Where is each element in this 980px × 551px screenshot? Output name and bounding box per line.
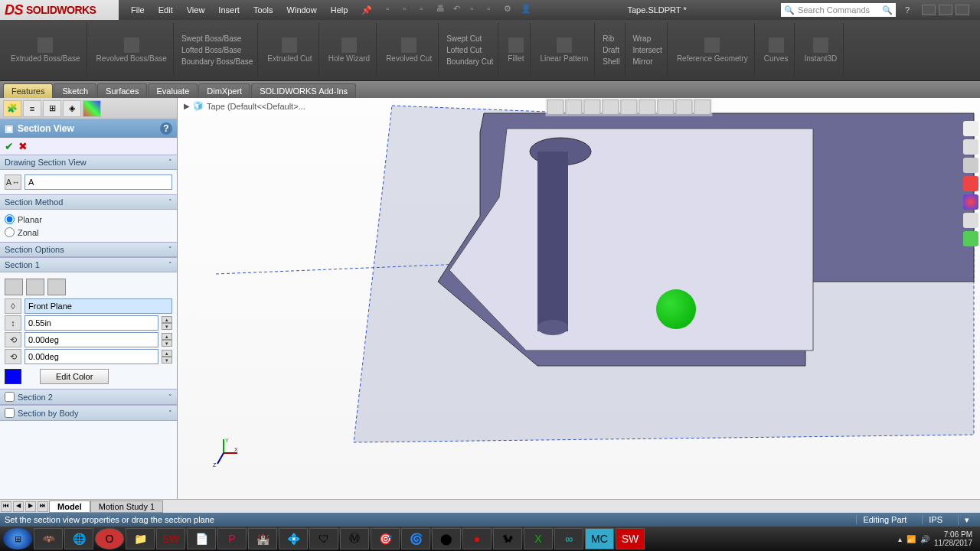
menu-help[interactable]: Help xyxy=(325,2,354,18)
status-units[interactable]: IPS xyxy=(922,515,949,524)
tab-features[interactable]: Features xyxy=(3,83,53,98)
tab-surfaces[interactable]: Surfaces xyxy=(97,83,147,98)
top-plane-btn[interactable] xyxy=(26,279,44,295)
tray-clock[interactable]: 7:06 PM 11/28/2017 xyxy=(934,530,972,547)
tab-evaluate[interactable]: Evaluate xyxy=(148,83,198,98)
search-go-icon[interactable]: 🔍 xyxy=(882,5,893,15)
menu-file[interactable]: File xyxy=(125,2,151,18)
menu-insert[interactable]: Insert xyxy=(212,2,246,18)
feature-list2[interactable]: Wrap Intersect Mirror xyxy=(629,23,668,77)
taskbar-app[interactable]: 🎯 xyxy=(371,528,400,549)
file-explorer-icon[interactable] xyxy=(963,158,978,173)
taskbar-excel[interactable]: X xyxy=(524,528,553,549)
new-icon[interactable]: ▫ xyxy=(386,4,398,16)
roty-spinner[interactable]: ▴▾ xyxy=(162,350,172,364)
pin-icon[interactable]: 📌 xyxy=(355,2,378,18)
tray-up-icon[interactable]: ▴ xyxy=(898,535,902,543)
section-by-body-head[interactable]: Section by Body˄ xyxy=(0,405,177,421)
taskbar-powerpoint[interactable]: P xyxy=(217,528,247,549)
section-options-head[interactable]: Section Options˅ xyxy=(0,242,177,257)
right-plane-btn[interactable] xyxy=(47,279,66,295)
zonal-radio[interactable] xyxy=(5,227,15,237)
taskbar-app[interactable]: 🏰 xyxy=(248,528,277,549)
view-orient-icon[interactable] xyxy=(620,99,637,115)
sw-resources-icon[interactable] xyxy=(963,121,978,136)
section-color-swatch[interactable] xyxy=(5,369,21,384)
offset-input[interactable] xyxy=(24,315,158,331)
taskbar-app[interactable]: MC xyxy=(585,528,614,549)
rebuild-icon[interactable]: ▫ xyxy=(487,4,499,16)
appearances-icon[interactable] xyxy=(963,194,978,210)
section2-check[interactable] xyxy=(5,392,15,402)
taskbar-app[interactable]: Ⓜ xyxy=(340,528,369,549)
zoom-area-icon[interactable] xyxy=(565,99,582,115)
expand-icon[interactable]: ▶ xyxy=(184,102,190,110)
feature-list[interactable]: Rib Draft Shell xyxy=(598,23,625,77)
feature-tree-icon[interactable]: 🧩 xyxy=(3,100,21,117)
prev-view-icon[interactable] xyxy=(583,99,600,115)
menu-window[interactable]: Window xyxy=(281,2,323,18)
taskbar-app[interactable]: O xyxy=(95,528,124,549)
last-tab-icon[interactable]: ⏭ xyxy=(38,501,48,512)
section-body-check[interactable] xyxy=(5,408,15,418)
section1-head[interactable]: Section 1˄ xyxy=(0,257,177,272)
taskbar-sw2015[interactable]: SW xyxy=(156,528,185,549)
3d-viewport[interactable]: ▶ 🧊 Tape (Default<<Default>... xyxy=(178,98,980,499)
offset-spinner[interactable]: ▴▾ xyxy=(162,316,172,330)
dimxpert-mgr-icon[interactable]: ◈ xyxy=(63,100,81,117)
drawing-section-input[interactable] xyxy=(24,174,172,190)
boss-list[interactable]: Swept Boss/Base Lofted Boss/Base Boundar… xyxy=(177,23,258,77)
tab-addins[interactable]: SOLIDWORKS Add-Ins xyxy=(251,83,356,98)
edit-color-button[interactable]: Edit Color xyxy=(40,369,109,384)
minimize-button[interactable] xyxy=(922,5,936,15)
close-button[interactable] xyxy=(956,5,969,15)
forum-icon[interactable] xyxy=(963,231,978,246)
options-icon[interactable]: ⚙ xyxy=(504,4,516,16)
search-commands[interactable]: 🔍 Search Commands 🔍 xyxy=(781,3,896,17)
taskbar-arduino[interactable]: ∞ xyxy=(554,528,583,549)
help-icon[interactable]: ? xyxy=(905,5,910,15)
rotx-spinner[interactable]: ▴▾ xyxy=(162,333,172,347)
section-view-icon[interactable] xyxy=(602,99,619,115)
display-style-icon[interactable] xyxy=(639,99,655,115)
revolved-boss-button[interactable]: Revolved Boss/Base xyxy=(90,23,174,77)
menu-tools[interactable]: Tools xyxy=(247,2,279,18)
taskbar-app[interactable]: 🦇 xyxy=(34,528,63,549)
taskbar-app[interactable]: ⬤ xyxy=(432,528,461,549)
taskbar-app[interactable]: 💠 xyxy=(279,528,308,549)
first-tab-icon[interactable]: ⏮ xyxy=(1,501,11,512)
ok-button[interactable]: ✔ xyxy=(5,140,14,152)
cancel-button[interactable]: ✖ xyxy=(18,140,28,152)
user-icon[interactable]: 👤 xyxy=(521,4,533,16)
taskbar-app[interactable]: 🐿 xyxy=(493,528,522,549)
motion-study-tab[interactable]: Motion Study 1 xyxy=(90,500,163,513)
curves-button[interactable]: Curves xyxy=(758,23,795,77)
section-method-head[interactable]: Section Method˄ xyxy=(0,194,177,210)
taskbar-sw2017[interactable]: SW xyxy=(616,528,645,549)
start-button[interactable]: ⊞ xyxy=(3,528,32,549)
undo-icon[interactable]: ↶ xyxy=(453,4,466,16)
tab-sketch[interactable]: Sketch xyxy=(54,83,96,98)
menu-edit[interactable]: Edit xyxy=(152,2,179,18)
extruded-boss-button[interactable]: Extruded Boss/Base xyxy=(5,23,87,77)
cut-list[interactable]: Swept Cut Lofted Cut Boundary Cut xyxy=(442,23,498,77)
property-mgr-icon[interactable]: ≡ xyxy=(23,100,41,117)
taskbar-notepad[interactable]: 📄 xyxy=(187,528,216,549)
tab-dimxpert[interactable]: DimXpert xyxy=(198,83,250,98)
taskbar-explorer[interactable]: 📁 xyxy=(126,528,155,549)
menu-view[interactable]: View xyxy=(181,2,211,18)
select-icon[interactable]: ▫ xyxy=(470,4,482,16)
print-icon[interactable]: 🖶 xyxy=(436,4,449,16)
taskbar-record[interactable]: ● xyxy=(462,528,492,549)
model-tab[interactable]: Model xyxy=(49,500,90,513)
hole-wizard-button[interactable]: Hole Wizard xyxy=(322,23,377,77)
scene-icon[interactable] xyxy=(675,99,692,115)
flyout-tree[interactable]: ▶ 🧊 Tape (Default<<Default>... xyxy=(184,101,305,111)
instant3d-button[interactable]: Instant3D xyxy=(798,23,844,77)
revolved-cut-button[interactable]: Revolved Cut xyxy=(380,23,439,77)
taskbar-app[interactable]: 🌐 xyxy=(64,528,93,549)
rotx-input[interactable] xyxy=(24,332,158,347)
extruded-cut-button[interactable]: Extruded Cut xyxy=(261,23,318,77)
linear-pattern-button[interactable]: Linear Pattern xyxy=(534,23,595,77)
tray-volume-icon[interactable]: 🔊 xyxy=(920,535,929,543)
